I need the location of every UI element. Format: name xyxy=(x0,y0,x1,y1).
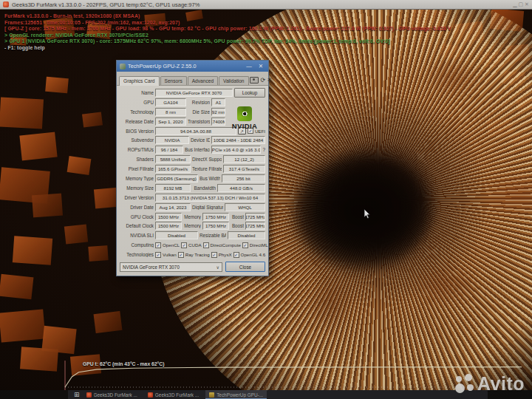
gpuz-field: 5888 Unified xyxy=(155,155,191,163)
gpuz-label: Name xyxy=(120,90,154,95)
furmark-osd-text: FurMark v1.33.0.0 - Burn-in test, 1920x1… xyxy=(4,13,451,52)
gpuz-row: Shaders5888 UnifiedDirectX Support12 (12… xyxy=(117,154,268,164)
close-icon[interactable]: ✕ xyxy=(256,63,265,69)
checkbox-ray-tracing[interactable]: ✓Ray Tracing xyxy=(178,252,210,258)
taskbar-item-furmark[interactable]: Geeks3D FurMark ... xyxy=(144,390,202,399)
tab-advanced[interactable]: Advanced xyxy=(188,76,218,85)
checkbox-label: CUDA xyxy=(188,242,202,248)
tab-validation[interactable]: Validation xyxy=(219,76,248,85)
gpuz-row: Computing✓OpenCL✓CUDA✓DirectCompute✓Dire… xyxy=(117,240,268,250)
gpuz-titlebar[interactable]: TechPowerUp GPU-Z 2.55.0 — ✕ xyxy=(117,61,268,72)
gpuz-field: 1500 MHz xyxy=(155,222,182,230)
gpuz-field: 317.4 GTexel/s xyxy=(223,165,265,173)
gpuz-row: Default Clock1500 MHzMemory1750 MHzBoost… xyxy=(117,221,268,231)
gpuz-label: Digital Signature xyxy=(192,205,223,210)
checkbox-vulkan[interactable]: ✓Vulkan xyxy=(155,252,177,258)
checkbox-checked-icon: ✓ xyxy=(155,242,161,248)
gpuz-label: Shaders xyxy=(120,157,154,162)
gpu-select-dropdown[interactable]: NVIDIA GeForce RTX 3070 ∨ xyxy=(120,262,222,272)
gpuz-label: NVIDIA SLI xyxy=(120,233,154,238)
gpuz-field: GDDR6 (Samsung) xyxy=(155,174,198,183)
nvidia-eye-icon xyxy=(237,106,252,121)
gpuz-row: Technologies✓Vulkan✓Ray Tracing✓PhysX✓Op… xyxy=(117,250,268,259)
gpuz-label: Technologies xyxy=(120,252,154,257)
checkbox-label: DirectCompute xyxy=(211,242,241,248)
gpuz-row: SubvendorNVIDIADevice ID10DE 2484 - 10DE… xyxy=(117,135,268,145)
furmark-render-viewport: FurMark v1.33.0.0 - Burn-in test, 1920x1… xyxy=(0,10,532,390)
monitor-photo: Geeks3D FurMark v1.33.0.0 - 202FPS, GPU1… xyxy=(0,0,532,399)
menu-icon[interactable]: ≡ xyxy=(267,78,271,83)
gpuz-label: DirectX Support xyxy=(192,157,222,162)
gpuz-tabbar: Graphics CardSensorsAdvancedValidation ⟳… xyxy=(117,72,268,86)
gpuz-field: 17400M xyxy=(211,117,225,126)
gpuz-row: Driver DateAug 14, 2023Digital Signature… xyxy=(117,202,268,212)
gpuz-label: Resizable BAR xyxy=(200,233,226,238)
gpuz-field: 1500 MHz xyxy=(155,213,182,221)
gpuz-field: 392 mm² xyxy=(211,108,225,116)
fur-dark-center xyxy=(294,154,431,269)
tab-sensors[interactable]: Sensors xyxy=(160,76,187,85)
scene-cube xyxy=(20,347,58,371)
taskbar: ⊞ Geeks3D FurMark ...Geeks3D FurMark ...… xyxy=(68,390,488,399)
taskbar-item-label: TechPowerUp GPU-... xyxy=(216,392,263,398)
gpuz-field: GA104 xyxy=(155,98,186,106)
gpuz-field: PCIe x16 4.0 @ x16 3.0 xyxy=(211,146,261,154)
chevron-down-icon: ∨ xyxy=(216,265,219,270)
gpuz-row: NameNVIDIA GeForce RTX 3070Lookup xyxy=(117,88,268,98)
close-button[interactable]: Close xyxy=(225,262,265,272)
lookup-button[interactable]: Lookup xyxy=(234,88,265,98)
taskbar-item-furmark[interactable]: Geeks3D FurMark ... xyxy=(83,390,141,399)
furmark-window-buttons[interactable]: ▁ ▢ ✕ xyxy=(513,1,529,7)
gpuz-app-icon xyxy=(120,64,126,69)
furmark-icon xyxy=(86,392,92,398)
gpuz-label: ROPs/TMUs xyxy=(120,147,154,152)
osd-line: > GPU 1 (NVIDIA GeForce RTX 3070) - core… xyxy=(4,38,451,45)
gpuz-label: Die Size xyxy=(188,109,210,115)
checkbox-directml[interactable]: ✓DirectML xyxy=(242,242,268,248)
checkbox-physx[interactable]: ✓PhysX xyxy=(211,252,232,258)
checkbox-opencl[interactable]: ✓OpenCL xyxy=(155,242,180,248)
osd-line: [ GPU-Z ] core: 1575 MHz - mem: 1700 MHz… xyxy=(4,26,451,33)
gpuz-label: Driver Date xyxy=(120,205,154,210)
checkbox-checked-icon: ✓ xyxy=(242,242,248,248)
refresh-icon[interactable]: ⟳ xyxy=(261,78,266,83)
checkbox-opengl-4-6[interactable]: ✓OpenGL 4.6 xyxy=(233,252,265,258)
checkbox-label: OpenCL xyxy=(163,242,180,248)
gpuz-row: ROPs/TMUs96 / 184Bus InterfacePCIe x16 4… xyxy=(117,145,268,154)
gpuz-field: WHQL xyxy=(225,203,265,211)
gpuz-label: GPU Clock xyxy=(120,214,154,219)
taskbar-item-label: Geeks3D FurMark ... xyxy=(155,392,199,398)
minimize-button[interactable]: — xyxy=(244,63,254,69)
avito-watermark: Avito xyxy=(455,373,525,395)
gpuz-row: Driver Version31.0.15.3713 (NVIDIA 537.1… xyxy=(117,193,268,202)
screen-bottom-edge: ⊞ Geeks3D FurMark ...Geeks3D FurMark ...… xyxy=(0,390,532,399)
checkbox-label: Ray Tracing xyxy=(185,252,210,257)
gpuz-label: Memory Size xyxy=(120,185,154,191)
taskbar-item-label: Geeks3D FurMark ... xyxy=(94,392,137,398)
checkbox-checked-icon: ✓ xyxy=(178,252,184,258)
screenshot-camera-icon[interactable] xyxy=(250,77,259,83)
checkbox-checked-icon: ✓ xyxy=(181,242,187,248)
gpuz-label: Boost xyxy=(231,214,244,219)
furmark-icon xyxy=(148,392,153,398)
checkbox-directcompute[interactable]: ✓DirectCompute xyxy=(203,242,241,248)
gpuz-field: 1725 MHz xyxy=(245,222,265,230)
gpuz-label: Subvendor xyxy=(120,137,154,143)
gpuz-field: Sep 1, 2020 xyxy=(155,117,186,126)
scene-cube xyxy=(94,311,123,333)
scene-cube xyxy=(0,98,44,129)
gpuz-field: 256 bit xyxy=(222,174,265,183)
osd-line: Frames:125651 - time:00:10:05 - FPS:202 … xyxy=(4,20,451,27)
taskbar-item-gpuz[interactable]: TechPowerUp GPU-... xyxy=(205,390,267,399)
gpuz-row: Memory Size8192 MBBandwidth448.0 GB/s xyxy=(117,183,268,193)
gpuz-label: Device ID xyxy=(191,137,210,143)
gpuz-graphics-card-panel: NameNVIDIA GeForce RTX 3070LookupGPUGA10… xyxy=(117,86,268,276)
gpuz-field: 8192 MB xyxy=(155,184,191,192)
scene-cube xyxy=(0,309,46,342)
bus-interface-help-icon[interactable]: ? xyxy=(262,147,265,152)
checkbox-checked-icon: ✓ xyxy=(155,252,161,258)
checkbox-cuda[interactable]: ✓CUDA xyxy=(181,242,202,248)
start-button[interactable]: ⊞ xyxy=(74,391,80,398)
tab-graphics-card[interactable]: Graphics Card xyxy=(119,76,160,86)
gpuz-label: Bus Width xyxy=(200,176,220,181)
